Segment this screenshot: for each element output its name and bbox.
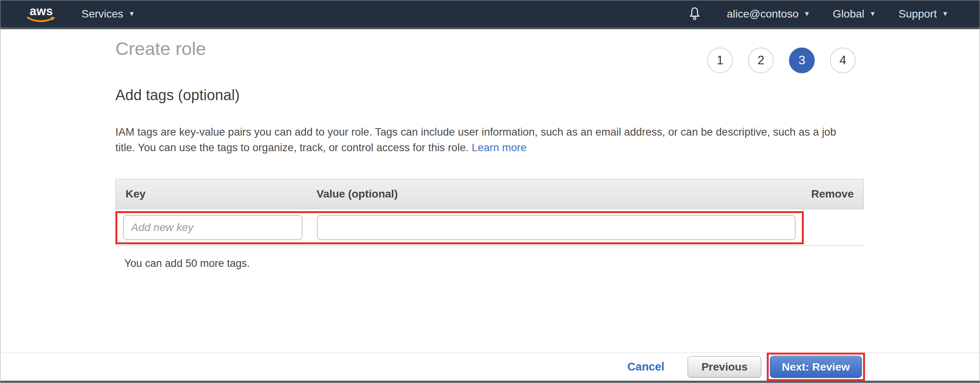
section-heading: Add tags (optional) — [115, 87, 980, 104]
step-1: 1 — [707, 48, 733, 73]
chevron-down-icon: ▼ — [804, 10, 810, 18]
tag-key-input[interactable] — [123, 215, 302, 240]
column-header-remove: Remove — [811, 188, 854, 200]
region-label: Global — [833, 8, 864, 20]
column-header-key: Key — [126, 188, 317, 200]
learn-more-link[interactable]: Learn more — [472, 141, 527, 154]
cancel-link[interactable]: Cancel — [627, 360, 664, 373]
step-2: 2 — [748, 48, 774, 73]
nav-region-menu[interactable]: Global ▼ — [833, 8, 876, 20]
nav-services-menu[interactable]: Services ▼ — [81, 8, 135, 20]
tags-table: Key Value (optional) Remove — [115, 179, 864, 246]
aws-logo-text: aws — [30, 5, 53, 17]
notifications-button[interactable] — [688, 6, 702, 22]
account-label: alice@contoso — [727, 8, 798, 20]
window-bottom-edge — [0, 381, 980, 383]
previous-button[interactable]: Previous — [688, 356, 761, 378]
description-text: IAM tags are key-value pairs you can add… — [115, 124, 850, 155]
chevron-down-icon: ▼ — [942, 10, 948, 18]
bell-icon — [688, 6, 702, 22]
step-3-active: 3 — [789, 48, 815, 73]
chevron-down-icon: ▼ — [869, 10, 876, 18]
chevron-down-icon: ▼ — [128, 10, 135, 18]
next-review-button[interactable]: Next: Review — [770, 356, 862, 378]
nav-account-menu[interactable]: alice@contoso ▼ — [727, 8, 810, 20]
main-content: Create role 1 2 3 4 Add tags (optional) … — [0, 29, 980, 351]
step-indicator: 1 2 3 4 — [707, 48, 856, 73]
footer-bar: Cancel Previous Next: Review — [0, 353, 980, 381]
top-navbar: aws Services ▼ alice@contoso ▼ Global ▼ … — [0, 0, 980, 29]
support-label: Support — [899, 8, 937, 20]
step-4: 4 — [830, 48, 856, 73]
tag-row — [115, 209, 864, 246]
column-header-value: Value (optional) — [317, 188, 811, 200]
tags-table-header: Key Value (optional) Remove — [115, 179, 864, 209]
navbar-right: alice@contoso ▼ Global ▼ Support ▼ — [688, 6, 948, 22]
tag-value-input[interactable] — [317, 215, 796, 240]
aws-smile-icon — [26, 16, 57, 23]
nav-support-menu[interactable]: Support ▼ — [899, 8, 948, 20]
aws-logo[interactable]: aws — [26, 5, 57, 23]
tags-remaining-text: You can add 50 more tags. — [115, 258, 980, 270]
services-label: Services — [81, 8, 123, 20]
red-highlight-box-next: Next: Review — [767, 353, 865, 381]
